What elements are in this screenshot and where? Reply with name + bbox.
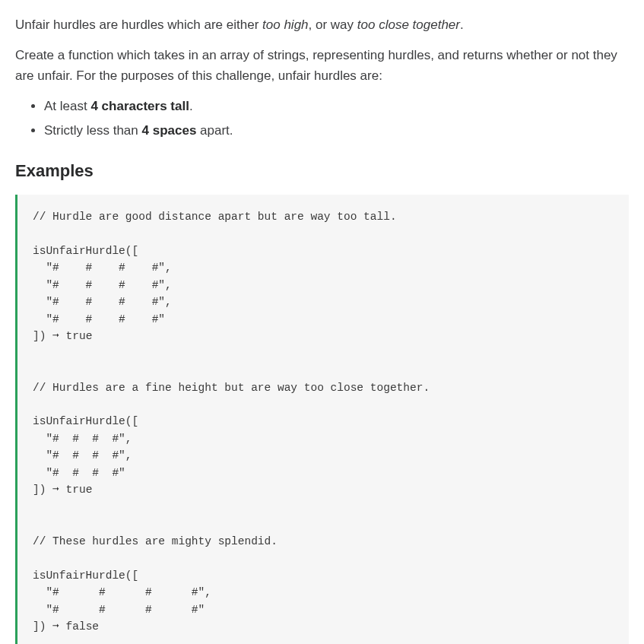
emphasis-too-high: too high (262, 17, 309, 32)
text-segment: Unfair hurdles are hurdles which are eit… (15, 17, 262, 32)
list-item: Strictly less than 4 spaces apart. (44, 121, 629, 141)
text-segment: , or way (309, 17, 357, 32)
bold-text: 4 spaces (142, 123, 197, 138)
text-segment: . (460, 17, 464, 32)
intro-paragraph-2: Create a function which takes in an arra… (15, 46, 629, 86)
intro-paragraph-1: Unfair hurdles are hurdles which are eit… (15, 15, 629, 35)
bold-text: 4 characters tall (90, 99, 189, 113)
criteria-list: At least 4 characters tall. Strictly les… (15, 97, 629, 141)
text-segment: . (189, 99, 193, 113)
text-segment: Strictly less than (44, 123, 142, 138)
examples-heading: Examples (15, 158, 629, 184)
code-example-block: // Hurdle are good distance apart but ar… (15, 195, 629, 644)
text-segment: At least (44, 99, 90, 113)
emphasis-too-close: too close together (357, 17, 460, 32)
list-item: At least 4 characters tall. (44, 97, 629, 116)
text-segment: apart. (196, 123, 233, 138)
